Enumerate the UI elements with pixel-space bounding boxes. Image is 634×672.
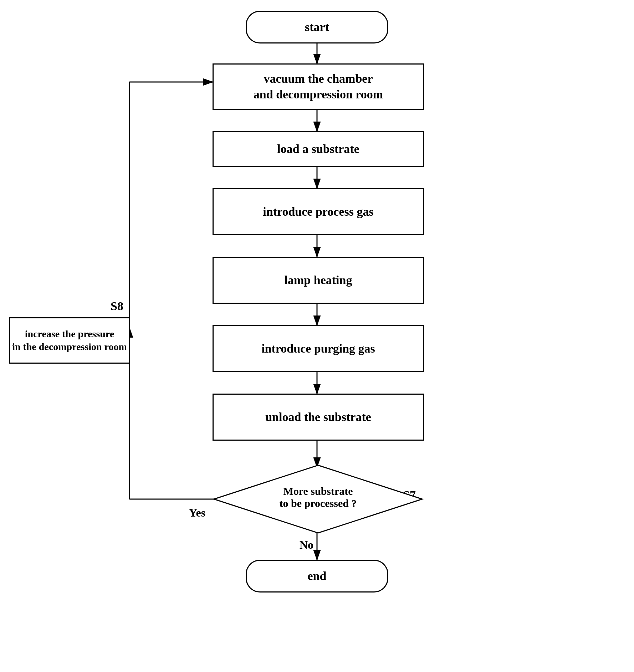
process-s6: unload the substrate bbox=[213, 394, 424, 441]
svg-text:More substrate: More substrate bbox=[283, 485, 353, 497]
flowchart: start S1 vacuum the chamberand decompres… bbox=[0, 0, 634, 672]
start-terminal: start bbox=[246, 11, 388, 43]
process-s2: load a substrate bbox=[213, 131, 424, 167]
process-s4: lamp heating bbox=[213, 257, 424, 304]
process-s5: introduce purging gas bbox=[213, 325, 424, 372]
process-s1: vacuum the chamberand decompression room bbox=[213, 63, 424, 110]
process-s3: introduce process gas bbox=[213, 188, 424, 235]
process-s8: increase the pressurein the decompressio… bbox=[9, 317, 130, 364]
decision-s7: More substrate to be processed ? bbox=[213, 463, 424, 535]
svg-text:to be processed ?: to be processed ? bbox=[280, 497, 357, 509]
no-label: No bbox=[300, 538, 313, 552]
end-terminal: end bbox=[246, 560, 388, 593]
yes-label: Yes bbox=[189, 506, 205, 519]
diamond-svg: More substrate to be processed ? bbox=[213, 463, 424, 535]
step-label-s8: S8 bbox=[111, 299, 123, 313]
